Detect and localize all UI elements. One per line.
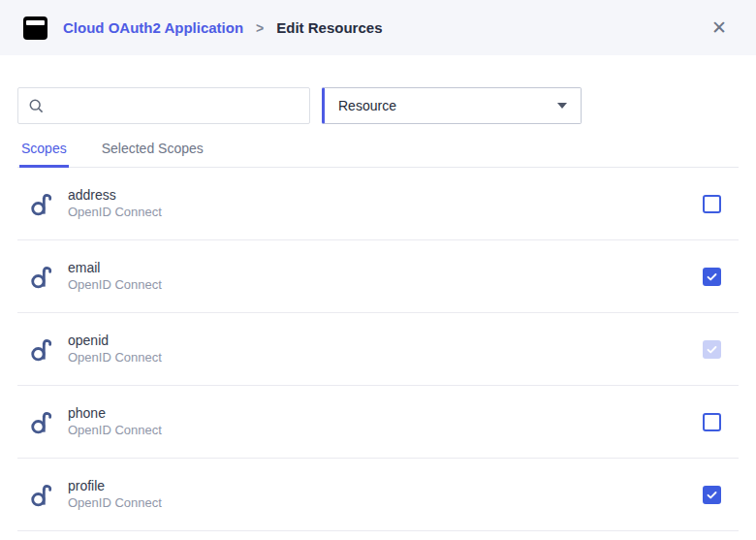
scope-checkbox[interactable] (703, 268, 721, 286)
scope-name: address (68, 187, 162, 203)
openid-connect-icon (29, 409, 55, 435)
scope-checkbox (703, 340, 721, 359)
breadcrumb-separator: > (256, 20, 264, 36)
scope-provider: OpenID Connect (68, 351, 162, 365)
openid-connect-icon (29, 264, 55, 290)
scope-name: phone (68, 405, 162, 421)
scope-row: addressOpenID Connect (17, 168, 739, 240)
scope-text: openidOpenID Connect (68, 333, 162, 365)
scope-text: phoneOpenID Connect (68, 405, 162, 437)
resource-dropdown[interactable]: Resource (322, 87, 582, 124)
search-icon (28, 98, 45, 114)
openid-connect-icon (29, 482, 55, 508)
scope-provider: OpenID Connect (68, 206, 162, 220)
scope-row: phoneOpenID Connect (17, 386, 739, 459)
breadcrumb: Cloud OAuth2 Application > Edit Resource… (63, 19, 383, 36)
scope-list: addressOpenID ConnectemailOpenID Connect… (17, 168, 739, 531)
scope-text: addressOpenID Connect (68, 187, 162, 219)
search-input[interactable] (52, 98, 299, 113)
scope-row: profileOpenID Connect (17, 459, 739, 531)
tab-selected-scopes[interactable]: Selected Scopes (100, 134, 205, 168)
scope-row: openidOpenID Connect (17, 313, 739, 386)
chevron-down-icon (557, 103, 567, 109)
search-input-wrapper (17, 87, 310, 124)
tab-bar: Scopes Selected Scopes (17, 134, 739, 168)
page-title: Edit Resources (276, 19, 382, 36)
resource-dropdown-value: Resource (338, 98, 396, 113)
scope-provider: OpenID Connect (68, 496, 162, 511)
scope-provider: OpenID Connect (68, 278, 162, 293)
scope-text: profileOpenID Connect (68, 478, 162, 510)
scope-provider: OpenID Connect (68, 424, 162, 438)
scope-text: emailOpenID Connect (68, 260, 162, 292)
scope-checkbox[interactable] (703, 195, 721, 213)
dialog-header: Cloud OAuth2 Application > Edit Resource… (0, 0, 756, 55)
openid-connect-icon (29, 191, 55, 217)
toolbar: Resource (17, 87, 739, 124)
scope-checkbox[interactable] (703, 486, 721, 504)
scope-name: openid (68, 333, 162, 348)
app-window-icon (23, 16, 47, 40)
close-icon: ✕ (711, 17, 727, 38)
close-button[interactable]: ✕ (708, 15, 731, 41)
scope-row: emailOpenID Connect (17, 240, 739, 313)
tab-scopes[interactable]: Scopes (19, 134, 69, 168)
breadcrumb-link-app[interactable]: Cloud OAuth2 Application (63, 19, 243, 36)
openid-connect-icon (29, 336, 55, 363)
scope-name: profile (68, 478, 162, 493)
scope-checkbox[interactable] (703, 413, 721, 431)
scope-name: email (68, 260, 162, 275)
